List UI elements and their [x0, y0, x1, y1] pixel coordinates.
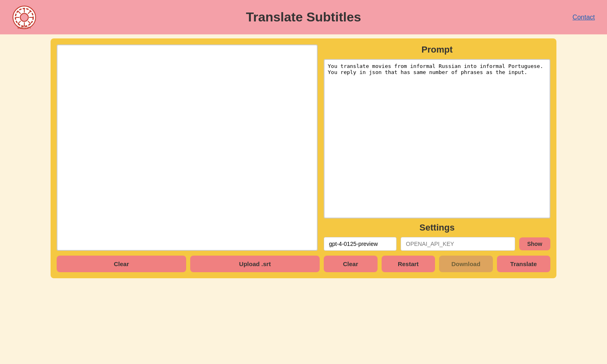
right-bottom-buttons: Clear Restart Download Translate: [324, 256, 550, 272]
upload-srt-button[interactable]: Upload .srt: [190, 256, 320, 272]
prompt-textarea[interactable]: You translate movies from informal Russi…: [324, 59, 550, 218]
contact-link[interactable]: Contact: [573, 14, 595, 21]
svg-point-2: [20, 13, 28, 21]
restart-button[interactable]: Restart: [382, 256, 435, 272]
bottom-buttons-row: Clear Upload .srt Clear Restart Download…: [57, 256, 550, 272]
settings-row: Show: [324, 237, 550, 251]
logo-container: SUBSGPT: [12, 5, 36, 30]
prompt-label: Prompt: [324, 44, 550, 55]
show-button[interactable]: Show: [519, 237, 550, 250]
settings-label: Settings: [324, 222, 550, 233]
header: SUBSGPT Translate Subtitles Contact: [0, 0, 607, 34]
translate-button[interactable]: Translate: [497, 256, 551, 272]
subtitle-textarea[interactable]: [57, 44, 318, 251]
model-input[interactable]: [324, 237, 397, 251]
download-button[interactable]: Download: [439, 256, 493, 272]
api-key-input[interactable]: [401, 237, 515, 251]
body-wrapper: Prompt You translate movies from informa…: [0, 34, 607, 282]
panels-row: Prompt You translate movies from informa…: [57, 44, 550, 251]
clear-right-button[interactable]: Clear: [324, 256, 378, 272]
right-panel: Prompt You translate movies from informa…: [324, 44, 550, 251]
svg-text:SUBSGPT: SUBSGPT: [17, 26, 32, 29]
logo-icon: SUBSGPT: [12, 5, 36, 30]
left-bottom-buttons: Clear Upload .srt: [57, 256, 320, 272]
page-title: Translate Subtitles: [246, 10, 361, 25]
main-container: Prompt You translate movies from informa…: [51, 38, 556, 278]
left-panel: [57, 44, 318, 251]
clear-left-button[interactable]: Clear: [57, 256, 186, 272]
